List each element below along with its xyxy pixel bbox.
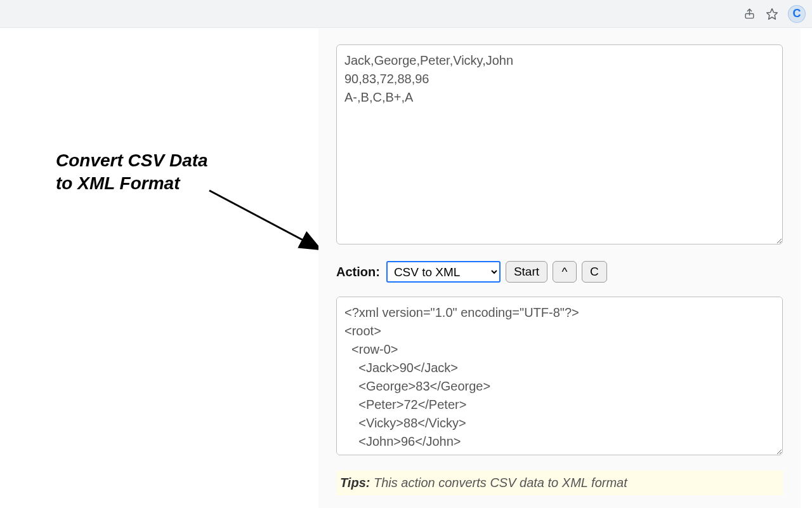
annotation-line2: to XML Format: [56, 173, 180, 193]
star-icon[interactable]: [765, 7, 779, 21]
svg-marker-1: [767, 8, 778, 19]
share-icon[interactable]: [742, 7, 756, 21]
clear-button[interactable]: C: [582, 261, 607, 283]
csv-input-textarea[interactable]: [336, 44, 783, 244]
tips-text: This action converts CSV data to XML for…: [370, 476, 627, 490]
annotation-text: Convert CSV Data to XML Format: [56, 149, 208, 196]
extension-badge[interactable]: C: [788, 5, 806, 23]
tips-bar: Tips: This action converts CSV data to X…: [336, 471, 783, 495]
svg-line-3: [209, 190, 317, 248]
action-select[interactable]: CSV to XML: [386, 261, 501, 283]
caret-button[interactable]: ^: [553, 261, 577, 283]
xml-output-textarea[interactable]: [336, 297, 783, 455]
start-button[interactable]: Start: [506, 261, 547, 283]
action-row: Action: CSV to XML Start ^ C: [336, 261, 783, 283]
action-label-text: Action:: [336, 265, 380, 279]
browser-toolbar: C: [0, 0, 812, 28]
tips-label: Tips:: [340, 476, 370, 490]
converter-panel: Action: CSV to XML Start ^ C Tips: This …: [318, 28, 801, 508]
annotation-line1: Convert CSV Data: [56, 150, 208, 170]
